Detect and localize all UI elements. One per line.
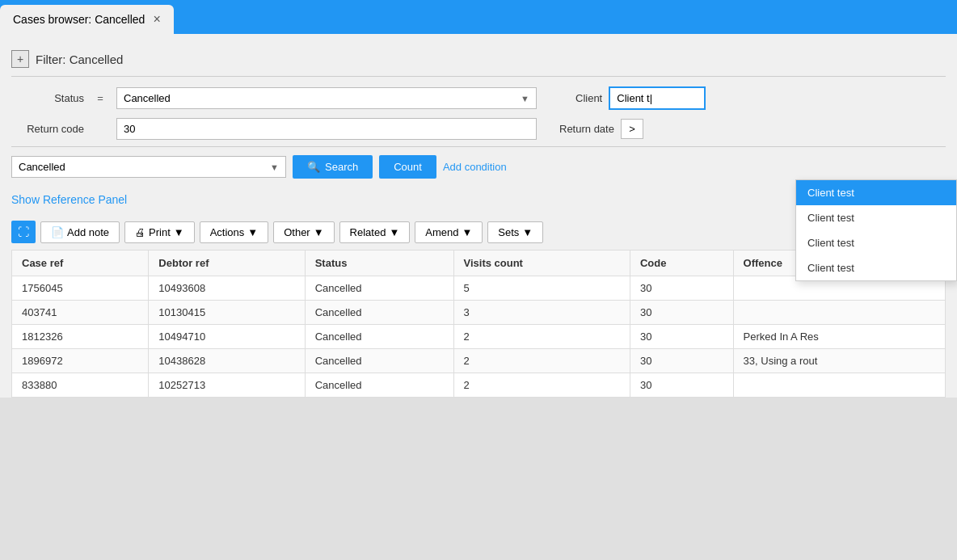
dropdown-item-1[interactable]: Client test [796, 205, 956, 230]
col-visits-count: Visits count [453, 251, 630, 276]
dropdown-item-2[interactable]: Client test [796, 230, 956, 255]
cell-visits-count: 2 [453, 325, 630, 349]
cell-visits-count: 3 [453, 301, 630, 325]
search-icon: 🔍 [307, 161, 320, 173]
cell-status: Cancelled [305, 349, 453, 373]
return-date-operator: > [621, 119, 643, 139]
filter-title: Filter: Cancelled [36, 53, 123, 66]
add-condition-link[interactable]: Add condition [443, 161, 507, 173]
filter-row-return: Return code Return date > [11, 118, 946, 140]
cell-debtor-ref: 10494710 [149, 325, 305, 349]
cell-status: Cancelled [305, 276, 453, 301]
print-chevron-icon: ▼ [174, 226, 184, 238]
cell-debtor-ref: 10252713 [149, 373, 305, 398]
cell-offence [733, 301, 945, 325]
expand-button[interactable]: ⛶ [11, 221, 36, 243]
cell-code: 30 [630, 349, 733, 373]
return-code-label: Return code [11, 123, 84, 135]
cell-offence [733, 373, 945, 398]
filter-header: + Filter: Cancelled [11, 44, 946, 77]
actions-chevron-icon: ▼ [247, 226, 258, 238]
status-operator: = [91, 92, 110, 104]
table-row[interactable]: 833880 10252713 Cancelled 2 30 [12, 373, 946, 398]
main-panel: + Filter: Cancelled Status = Cancelled ▼… [0, 34, 957, 398]
search-select[interactable]: Cancelled ▼ [11, 156, 286, 178]
search-select-chevron-icon: ▼ [270, 162, 279, 172]
print-button[interactable]: 🖨 Print ▼ [124, 221, 195, 243]
amend-button[interactable]: Amend ▼ [415, 221, 483, 243]
cell-visits-count: 2 [453, 373, 630, 398]
note-icon: 📄 [51, 226, 64, 238]
return-date-label: Return date [559, 123, 614, 135]
tab-bar: Cases browser: Cancelled × [0, 0, 957, 34]
cell-case-ref: 833880 [12, 373, 149, 398]
status-select[interactable]: Cancelled ▼ [116, 87, 537, 109]
status-chevron-icon: ▼ [521, 94, 529, 103]
cell-status: Cancelled [305, 301, 453, 325]
table-row[interactable]: 403741 10130415 Cancelled 3 30 [12, 301, 946, 325]
cell-status: Cancelled [305, 325, 453, 349]
cell-case-ref: 1756045 [12, 276, 149, 301]
expand-icon: ⛶ [18, 225, 29, 238]
search-select-value: Cancelled [19, 161, 65, 173]
search-button[interactable]: 🔍 Search [293, 155, 373, 179]
sets-button[interactable]: Sets ▼ [487, 221, 543, 243]
tab-cases-browser[interactable]: Cases browser: Cancelled × [0, 5, 174, 34]
table-row[interactable]: 1896972 10438628 Cancelled 2 30 33, Usin… [12, 349, 946, 373]
cell-code: 30 [630, 373, 733, 398]
related-button[interactable]: Related ▼ [339, 221, 411, 243]
add-note-button[interactable]: 📄 Add note [40, 221, 120, 243]
status-label: Status [11, 92, 84, 104]
col-status: Status [305, 251, 453, 276]
cell-visits-count: 5 [453, 276, 630, 301]
col-code: Code [630, 251, 733, 276]
other-chevron-icon: ▼ [314, 226, 324, 238]
col-case-ref: Case ref [12, 251, 149, 276]
col-debtor-ref: Debtor ref [149, 251, 305, 276]
status-select-value: Cancelled [124, 92, 171, 104]
dropdown-item-0[interactable]: Client test [796, 180, 956, 205]
print-icon: 🖨 [135, 226, 145, 238]
client-input[interactable] [609, 86, 706, 110]
cell-visits-count: 2 [453, 349, 630, 373]
cell-offence: 33, Using a rout [733, 349, 945, 373]
cell-debtor-ref: 10438628 [149, 349, 305, 373]
actions-button[interactable]: Actions ▼ [200, 221, 269, 243]
ref-panel-link[interactable]: Show Reference Panel [11, 187, 127, 214]
cell-status: Cancelled [305, 373, 453, 398]
filter-row-status: Status = Cancelled ▼ Client [11, 86, 946, 110]
filter-expand-icon[interactable]: + [11, 50, 29, 68]
cell-code: 30 [630, 276, 733, 301]
table-row[interactable]: 1812326 10494710 Cancelled 2 30 Perked I… [12, 325, 946, 349]
tab-title: Cases browser: Cancelled [13, 13, 145, 26]
cell-debtor-ref: 10493608 [149, 276, 305, 301]
filter-form: Status = Cancelled ▼ Client Return code … [11, 77, 946, 147]
dropdown-item-3[interactable]: Client test [796, 255, 956, 280]
related-chevron-icon: ▼ [389, 226, 399, 238]
cell-code: 30 [630, 301, 733, 325]
cell-case-ref: 1812326 [12, 325, 149, 349]
cell-case-ref: 403741 [12, 301, 149, 325]
cell-code: 30 [630, 325, 733, 349]
client-label: Client [575, 92, 602, 104]
cell-debtor-ref: 10130415 [149, 301, 305, 325]
amend-chevron-icon: ▼ [462, 226, 472, 238]
client-dropdown: Client test Client test Client test Clie… [795, 179, 957, 281]
count-button[interactable]: Count [379, 155, 436, 179]
tab-close-button[interactable]: × [153, 13, 160, 26]
cell-offence: Perked In A Res [733, 325, 945, 349]
sets-chevron-icon: ▼ [522, 226, 533, 238]
other-button[interactable]: Other ▼ [273, 221, 334, 243]
return-code-input[interactable] [116, 118, 537, 140]
cell-case-ref: 1896972 [12, 349, 149, 373]
